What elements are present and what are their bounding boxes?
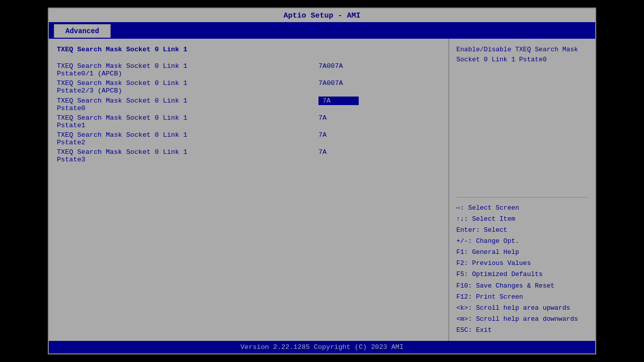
shortcut-item: F2: Previous Values (456, 258, 588, 269)
table-row[interactable]: TXEQ Search Mask Socket 0 Link 1Pstate17… (57, 113, 443, 130)
divider (456, 197, 588, 198)
item-value: 7A007A (318, 79, 359, 87)
shortcut-item: Enter: Select (456, 225, 588, 236)
item-value: 7A (318, 148, 359, 156)
help-text: Enable/Disable TXEQ Search Mask Socket 0… (456, 45, 588, 192)
title-bar: Aptio Setup - AMI (49, 9, 595, 22)
table-row[interactable]: TXEQ Search Mask Socket 0 Link 1Pstate07… (57, 96, 443, 113)
table-row[interactable]: TXEQ Search Mask Socket 0 Link 1Pstate2/… (57, 78, 443, 96)
item-value: 7A (318, 131, 359, 139)
shortcut-item: <m>: Scroll help area downwards (456, 314, 588, 325)
shortcut-item: ↑↓: Select Item (456, 214, 588, 225)
version-text: Version 2.22.1285 Copyright (C) 2023 AMI (240, 343, 404, 351)
shortcut-item: F10: Save Changes & Reset (456, 281, 588, 292)
shortcut-item: +/-: Change Opt. (456, 236, 588, 247)
app-title: Aptio Setup - AMI (283, 12, 360, 20)
item-value: 7A (318, 114, 359, 122)
table-row[interactable]: TXEQ Search Mask Socket 0 Link 1Pstate37… (57, 147, 443, 164)
item-value: 7A (318, 97, 359, 105)
nav-bar: Advanced (49, 22, 595, 38)
shortcut-item: ESC: Exit (456, 325, 588, 336)
item-label: TXEQ Search Mask Socket 0 Link 1Pstate0/… (57, 62, 318, 77)
shortcut-list: ↔: Select Screen↑↓: Select ItemEnter: Se… (456, 203, 588, 336)
table-row[interactable]: TXEQ Search Mask Socket 0 Link 1Pstate27… (57, 130, 443, 147)
item-label: TXEQ Search Mask Socket 0 Link 1Pstate2/… (57, 79, 318, 95)
shortcut-item: ↔: Select Screen (456, 203, 588, 214)
menu-items-list: TXEQ Search Mask Socket 0 Link 1Pstate0/… (57, 61, 443, 164)
section-header: TXEQ Search Mask Socket 0 Link 1 (57, 46, 443, 53)
shortcut-item: F5: Optimized Defaults (456, 269, 588, 280)
footer: Version 2.22.1285 Copyright (C) 2023 AMI (49, 341, 595, 353)
shortcut-item: F1: General Help (456, 247, 588, 258)
table-row[interactable]: TXEQ Search Mask Socket 0 Link 1Pstate0/… (57, 61, 443, 78)
shortcut-item: <k>: Scroll help area upwards (456, 303, 588, 314)
shortcut-item: F12: Print Screen (456, 292, 588, 303)
side-panel: Enable/Disable TXEQ Search Mask Socket 0… (449, 39, 595, 341)
main-panel: TXEQ Search Mask Socket 0 Link 1 TXEQ Se… (49, 39, 449, 341)
item-label: TXEQ Search Mask Socket 0 Link 1Pstate2 (57, 131, 318, 146)
item-label: TXEQ Search Mask Socket 0 Link 1Pstate0 (57, 97, 318, 112)
content-area: TXEQ Search Mask Socket 0 Link 1 TXEQ Se… (49, 38, 595, 341)
item-value: 7A007A (318, 62, 359, 70)
item-label: TXEQ Search Mask Socket 0 Link 1Pstate1 (57, 114, 318, 129)
tab-advanced[interactable]: Advanced (54, 24, 111, 38)
item-label: TXEQ Search Mask Socket 0 Link 1Pstate3 (57, 148, 318, 163)
